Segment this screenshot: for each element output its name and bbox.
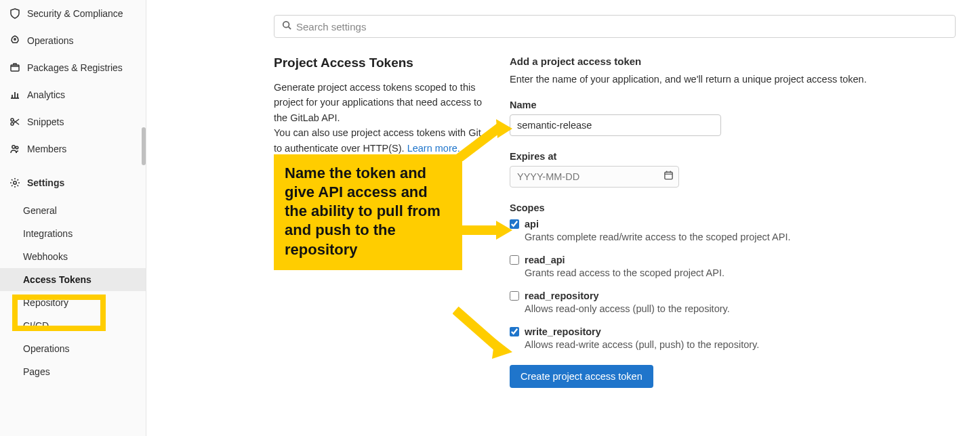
sidebar-item-label: Settings: [27, 177, 64, 188]
create-token-button[interactable]: Create project access token: [510, 365, 653, 388]
scope-checkbox-read-repo[interactable]: [510, 291, 519, 301]
scope-row-read-api: read_api Grants read access to the scope…: [510, 255, 960, 278]
svg-marker-9: [496, 119, 512, 138]
chart-icon: [9, 89, 27, 100]
sub-item-repository[interactable]: Repository: [0, 291, 146, 314]
section-paragraph-1: Generate project access tokens scoped to…: [274, 80, 487, 125]
annotation-callout: Name the token and give API access and t…: [274, 154, 462, 270]
scope-label-read-api: read_api: [525, 255, 565, 265]
scope-row-read-repo: read_repository Allows read-only access …: [510, 290, 960, 314]
scissors-icon: [9, 116, 27, 127]
search-settings-input[interactable]: [274, 15, 956, 38]
scope-row-api: api Grants complete read/write access to…: [510, 219, 960, 242]
scope-label-write-repo: write_repository: [525, 326, 601, 337]
sidebar-item-label: Members: [27, 144, 66, 154]
sub-item-general[interactable]: General: [0, 199, 146, 222]
members-icon: [9, 144, 27, 154]
sidebar-item-snippets[interactable]: Snippets: [0, 108, 146, 135]
sidebar-item-settings[interactable]: Settings: [0, 169, 146, 196]
calendar-icon[interactable]: [663, 171, 674, 183]
scopes-label: Scopes: [510, 202, 960, 213]
scope-desc-read-api: Grants read access to the scoped project…: [525, 267, 960, 278]
sidebar-item-label: Packages & Registries: [27, 62, 123, 73]
sidebar-item-security[interactable]: Security & Compliance: [0, 0, 146, 27]
sidebar-item-label: Security & Compliance: [27, 8, 123, 19]
svg-point-6: [14, 181, 16, 184]
scope-row-write-repo: write_repository Allows read-write acces…: [510, 326, 960, 350]
search-settings-wrap: [274, 15, 956, 38]
annotation-arrow-name: [455, 118, 512, 161]
name-label: Name: [510, 100, 960, 110]
annotation-arrow-write-repo: [453, 306, 512, 360]
sub-item-cicd[interactable]: CI/CD: [0, 314, 146, 337]
form-heading: Add a project access token: [510, 56, 960, 67]
scope-label-read-repo: read_repository: [525, 290, 599, 301]
sidebar-item-packages[interactable]: Packages & Registries: [0, 54, 146, 81]
token-name-input[interactable]: [510, 114, 721, 136]
shield-icon: [9, 8, 27, 19]
scope-desc-read-repo: Allows read-only access (pull) to the re…: [525, 303, 960, 314]
svg-point-2: [11, 118, 14, 121]
form-instruction: Enter the name of your application, and …: [510, 74, 960, 85]
svg-marker-10: [496, 221, 512, 240]
scope-desc-write-repo: Allows read-write access (pull, push) to…: [525, 339, 960, 350]
svg-point-3: [11, 123, 14, 125]
annotation-callout-text: Name the token and give API access and t…: [285, 164, 451, 259]
expires-label: Expires at: [510, 151, 960, 162]
sidebar: Security & Compliance Operations Package…: [0, 0, 146, 436]
sub-item-integrations[interactable]: Integrations: [0, 222, 146, 245]
token-form: Add a project access token Enter the nam…: [497, 56, 960, 388]
learn-more-link[interactable]: Learn more.: [407, 143, 460, 154]
sidebar-item-label: Operations: [27, 35, 73, 46]
sub-item-operations[interactable]: Operations: [0, 337, 146, 360]
sidebar-item-label: Analytics: [27, 89, 65, 100]
search-icon: [282, 20, 291, 32]
annotation-arrow-api: [455, 218, 512, 242]
section-title: Project Access Tokens: [274, 56, 487, 70]
package-icon: [9, 62, 27, 73]
svg-point-0: [14, 39, 16, 40]
sub-item-pages[interactable]: Pages: [0, 360, 146, 383]
token-expires-input[interactable]: [510, 166, 679, 188]
scrollbar-thumb[interactable]: [142, 127, 146, 165]
scope-desc-api: Grants complete read/write access to the…: [525, 232, 960, 242]
svg-marker-11: [492, 339, 512, 359]
sidebar-item-analytics[interactable]: Analytics: [0, 81, 146, 108]
sidebar-item-label: Snippets: [27, 116, 64, 127]
sub-item-access-tokens[interactable]: Access Tokens: [0, 268, 146, 291]
scope-label-api: api: [525, 219, 539, 230]
settings-submenu: General Integrations Webhooks Access Tok…: [0, 196, 146, 386]
scope-checkbox-read-api[interactable]: [510, 255, 519, 265]
svg-point-4: [12, 146, 15, 148]
svg-point-7: [283, 22, 289, 28]
rocket-icon: [9, 35, 27, 46]
sidebar-item-members[interactable]: Members: [0, 135, 146, 162]
sub-item-webhooks[interactable]: Webhooks: [0, 245, 146, 268]
svg-rect-8: [665, 172, 672, 179]
section-paragraph-2: You can also use project access tokens w…: [274, 125, 487, 156]
gear-icon: [9, 177, 27, 188]
sidebar-item-operations[interactable]: Operations: [0, 27, 146, 54]
svg-point-5: [16, 146, 18, 149]
